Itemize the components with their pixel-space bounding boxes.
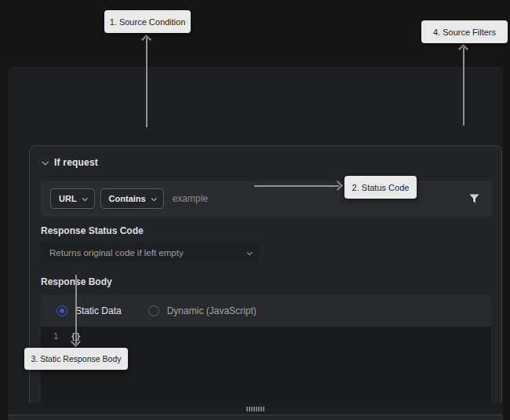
collapse-chevron-icon[interactable] [42, 159, 48, 165]
bottom-pane-edge [8, 415, 503, 420]
radio-static-data[interactable]: Static Data [56, 305, 122, 316]
drag-handle-dots[interactable] [246, 407, 264, 411]
annotation-status-code: 2. Status Code [344, 176, 417, 199]
source-value-input[interactable] [173, 193, 465, 204]
body-type-radio-group: Static Data Dynamic (JavaScript) [41, 295, 491, 327]
arrow-to-source-filters [463, 47, 464, 126]
response-status-code-label: Response Status Code [41, 225, 144, 236]
arrow-to-status-code [254, 185, 339, 187]
chevron-down-icon [151, 195, 156, 201]
line-number: 1 [41, 331, 71, 342]
code-line: 1 {} [41, 331, 491, 342]
chevron-down-icon [82, 195, 87, 201]
status-code-select[interactable]: Returns original code if left empty [41, 243, 260, 263]
radio-selected-icon[interactable] [56, 305, 67, 316]
if-request-header[interactable]: If request [42, 154, 98, 171]
annotation-static-response-body: 3. Static Response Body [24, 348, 128, 370]
arrowhead-up-icon [141, 35, 151, 45]
annotation-source-filters: 4. Source Filters [421, 20, 508, 43]
annotation-source-condition: 1. Source Condition [104, 10, 191, 33]
radio-dynamic-js[interactable]: Dynamic (JavaScript) [148, 305, 257, 316]
radio-static-data-label: Static Data [75, 305, 122, 316]
source-operator-selector[interactable]: Contains [100, 188, 164, 209]
arrow-to-static-response-body [75, 275, 77, 344]
arrowhead-up-icon [458, 44, 468, 54]
chevron-down-icon [247, 250, 253, 255]
radio-dynamic-js-label: Dynamic (JavaScript) [167, 305, 257, 316]
radio-unselected-icon[interactable] [148, 305, 159, 316]
status-code-placeholder: Returns original code if left empty [49, 248, 247, 257]
if-request-title: If request [54, 157, 98, 168]
arrow-to-source-condition [146, 38, 148, 127]
source-filters-button[interactable] [465, 190, 483, 207]
source-key-label: URL [59, 194, 77, 203]
filter-funnel-icon [469, 194, 479, 203]
pane-resize-strip [8, 403, 503, 415]
source-operator-label: Contains [109, 194, 146, 203]
screen: If request URL Contains [0, 0, 510, 420]
source-key-selector[interactable]: URL [50, 188, 95, 209]
